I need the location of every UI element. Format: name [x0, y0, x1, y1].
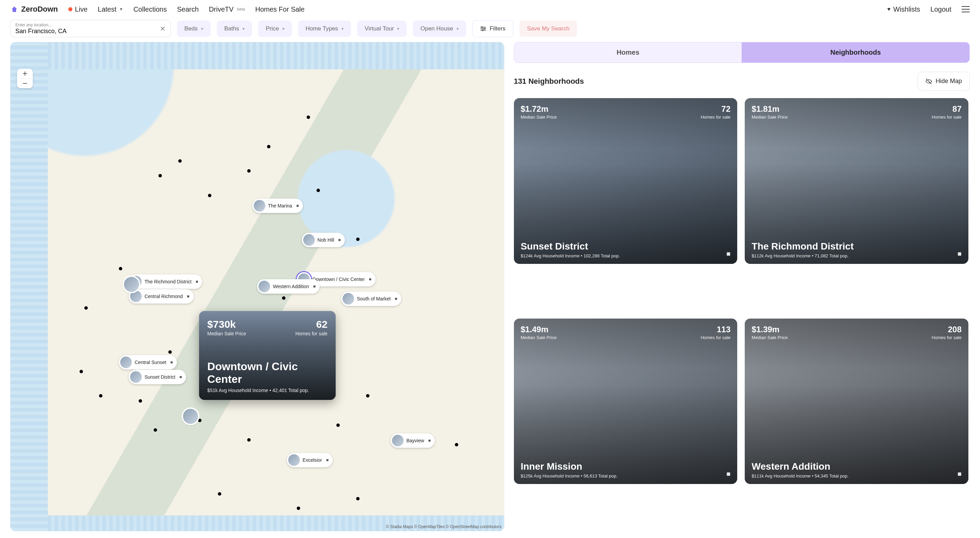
- caret-down-icon: ▾: [457, 26, 458, 31]
- video-icon: ■: [428, 438, 431, 443]
- filter-open-house[interactable]: Open House▾: [413, 21, 466, 37]
- plus-icon: +: [22, 69, 27, 78]
- map-pin-marina[interactable]: The Marina ■: [252, 199, 303, 213]
- nav-search[interactable]: Search: [177, 5, 198, 13]
- nav-logout[interactable]: Logout: [931, 5, 951, 13]
- map-pin-central-sunset[interactable]: Central Sunset ■: [119, 355, 177, 369]
- nav-wishlists[interactable]: ♥ Wishlists: [887, 5, 920, 13]
- map-pin-label: The Richmond District: [145, 279, 192, 284]
- caret-down-icon: ▾: [242, 26, 245, 31]
- map-pin-central-richmond[interactable]: Central Richmond ■: [129, 289, 193, 303]
- map-pin-label: Western Addition: [273, 284, 309, 289]
- card-price: $1.81m: [752, 104, 788, 114]
- hover-card-count-label: Homes for sale: [295, 331, 328, 336]
- card-name: Western Addition: [752, 461, 962, 472]
- brand-name: ZeroDown: [21, 5, 58, 14]
- card-count-label: Homes for sale: [932, 335, 962, 340]
- zoom-out-button[interactable]: −: [17, 78, 33, 88]
- nav-homes-for-sale[interactable]: Homes For Sale: [255, 5, 305, 13]
- nav-latest[interactable]: Latest ▼: [98, 5, 123, 13]
- map-zoom-control: + −: [17, 69, 33, 88]
- results-header: 131 Neighborhoods Hide Map: [514, 72, 970, 91]
- video-icon: ■: [395, 296, 397, 301]
- filter-open-house-label: Open House: [420, 25, 453, 32]
- hamburger-menu-icon[interactable]: [962, 6, 970, 12]
- neighborhood-card[interactable]: $1.81m Median Sale Price 87 Homes for sa…: [745, 98, 968, 264]
- video-icon: ■: [326, 458, 328, 463]
- nav-live[interactable]: Live: [68, 5, 88, 13]
- sliders-icon: [480, 26, 486, 31]
- filter-beds[interactable]: Beds▾: [177, 21, 211, 37]
- caret-down-icon: ▾: [397, 26, 399, 31]
- nav-collections[interactable]: Collections: [134, 5, 167, 13]
- map-pin-label: Excelsior: [302, 457, 322, 463]
- map-pin-soma[interactable]: South of Market ■: [341, 292, 401, 306]
- save-search-button[interactable]: Save My Search: [519, 21, 577, 37]
- toggle-homes[interactable]: Homes: [514, 42, 742, 62]
- filter-home-types[interactable]: Home Types▾: [298, 21, 351, 37]
- neighborhood-card[interactable]: $1.72m Median Sale Price 72 Homes for sa…: [514, 98, 738, 264]
- nav-drivetv-label: DriveTV: [209, 5, 234, 13]
- location-search[interactable]: Enter any location... San Francisco, CA …: [10, 20, 171, 37]
- toggle-neighborhoods[interactable]: Neighborhoods: [742, 42, 969, 62]
- map-pin-western-addition[interactable]: Western Addition ■: [257, 279, 320, 294]
- nav-drivetv[interactable]: DriveTVbeta: [209, 5, 245, 13]
- top-nav: ZeroDown Live Latest ▼ Collections Searc…: [0, 0, 980, 17]
- map-pin-nob-hill[interactable]: Nob Hill ■: [302, 233, 345, 247]
- location-search-placeholder: Enter any location...: [15, 23, 165, 27]
- video-icon: ■: [179, 375, 182, 379]
- card-meta: $125k Avg Household Income • 56,613 Tota…: [521, 473, 731, 479]
- main-content: + − The Marina ■: [0, 42, 980, 538]
- card-count: 208: [932, 325, 962, 334]
- heart-icon: ♥: [887, 6, 891, 12]
- card-count-label: Homes for sale: [701, 335, 730, 340]
- video-icon: ■: [369, 277, 371, 282]
- video-icon: ■: [187, 294, 189, 299]
- nav-homes-for-sale-label: Homes For Sale: [255, 5, 305, 13]
- neighborhood-card[interactable]: $1.49m Median Sale Price 113 Homes for s…: [514, 319, 738, 484]
- map-pin-thumb: [288, 454, 300, 466]
- card-count: 113: [701, 325, 730, 334]
- filter-bar: Enter any location... San Francisco, CA …: [0, 17, 980, 42]
- map-column: + − The Marina ■: [10, 42, 504, 531]
- map-pin-thumb: [342, 293, 354, 305]
- nav-search-label: Search: [177, 5, 198, 13]
- map-water-decoration: [10, 42, 504, 69]
- map-attribution: © Stadia Maps © OpenMapTiles © OpenStree…: [386, 524, 501, 529]
- hover-card-price: $730k: [207, 319, 246, 330]
- filter-price-label: Price: [266, 25, 279, 32]
- hide-map-button[interactable]: Hide Map: [918, 72, 970, 91]
- map-pin-thumb-only[interactable]: [124, 277, 139, 292]
- nav-live-label: Live: [75, 5, 88, 13]
- map-pin-bayview[interactable]: Bayview ■: [391, 433, 435, 448]
- card-name: Sunset District: [521, 241, 731, 252]
- results-column: Homes Neighborhoods 131 Neighborhoods Hi…: [514, 42, 970, 531]
- map-pin-label: Sunset District: [145, 374, 175, 380]
- clear-search-icon[interactable]: ✕: [160, 25, 165, 33]
- map-pin-excelsior[interactable]: Excelsior ■: [287, 453, 332, 467]
- video-icon: ■: [170, 360, 173, 365]
- save-search-label: Save My Search: [527, 25, 570, 32]
- map-hover-card[interactable]: $730k Median Sale Price 62 Homes for sal…: [199, 311, 336, 400]
- svg-point-2: [482, 29, 483, 30]
- zoom-in-button[interactable]: +: [17, 69, 33, 78]
- results-count: 131 Neighborhoods: [514, 77, 584, 86]
- map-pin-richmond-district[interactable]: The Richmond District ■: [129, 275, 202, 289]
- map-pin-thumb: [124, 277, 139, 292]
- card-meta: $112k Avg Household Income • 71,082 Tota…: [752, 253, 962, 259]
- eye-off-icon: [925, 78, 932, 85]
- brand[interactable]: ZeroDown: [10, 5, 58, 14]
- neighborhood-card[interactable]: $1.39m Median Sale Price 208 Homes for s…: [745, 319, 968, 484]
- hover-card-price-label: Median Sale Price: [207, 331, 246, 336]
- filters-button[interactable]: Filters: [472, 20, 513, 37]
- map-pin-label: South of Market: [357, 296, 391, 302]
- map-water-decoration: [10, 42, 48, 531]
- filter-price[interactable]: Price▾: [258, 21, 292, 37]
- toggle-homes-label: Homes: [617, 48, 640, 56]
- filter-baths[interactable]: Baths▾: [217, 21, 252, 37]
- map-pin-thumb: [392, 435, 404, 446]
- filter-virtual-tour[interactable]: Virtual Tour▾: [357, 21, 407, 37]
- map-pin-thumb: [130, 371, 142, 383]
- map-pin-sunset-district[interactable]: Sunset District ■: [129, 370, 186, 384]
- nav-logout-label: Logout: [931, 5, 951, 13]
